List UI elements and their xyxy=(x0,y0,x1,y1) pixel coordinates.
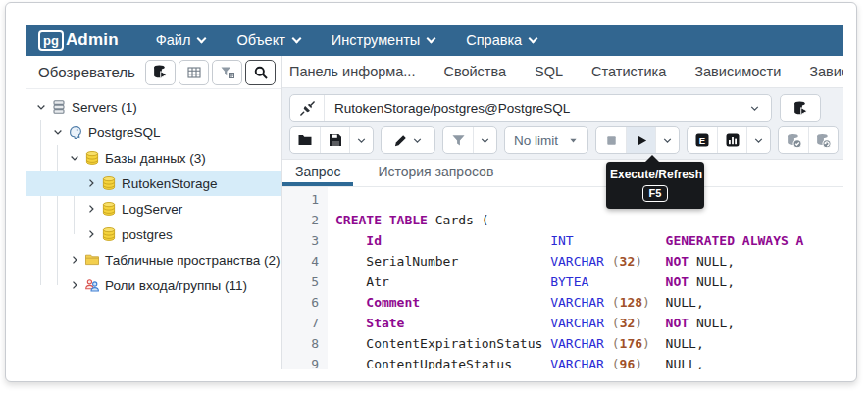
chevron-down-button[interactable] xyxy=(349,127,373,153)
chevron-down-icon xyxy=(427,33,436,43)
pgadmin-window: pg Admin ФайлОбъектИнструментыСправка Об… xyxy=(5,2,857,382)
database-icon xyxy=(99,175,119,191)
query-tool-toolbar: RutokenStorage/postgres@PostgreSQL No li… xyxy=(282,88,843,160)
toolbar-button-row: No limitE xyxy=(289,126,837,154)
tree-item-servers[interactable]: Servers (1) xyxy=(26,94,281,120)
tooltip-label: Execute/Refresh xyxy=(610,168,700,181)
row-limit-select[interactable]: No limit xyxy=(504,126,588,154)
select-caret-icon xyxy=(568,135,579,146)
explain-button[interactable]: E xyxy=(688,127,717,153)
menu-label: Объект xyxy=(236,32,284,48)
tree-item-label: RutokenStorage xyxy=(122,176,218,191)
chevron-down-icon xyxy=(738,102,771,115)
explain-analyze-button[interactable] xyxy=(717,127,746,153)
search-button[interactable] xyxy=(245,60,276,85)
menu-object[interactable]: Объект xyxy=(236,32,299,48)
line-number-gutter: 123456789 xyxy=(282,187,328,369)
tab-dependents[interactable]: Зависимые xyxy=(809,64,843,79)
tree-chevron-down-icon[interactable] xyxy=(32,101,49,113)
database-swap-button[interactable] xyxy=(145,60,176,85)
chevron-down-icon xyxy=(661,134,674,147)
open-file-button[interactable] xyxy=(290,127,320,153)
tree-item-postgresql[interactable]: PostgreSQL xyxy=(26,120,281,145)
line-number: 2 xyxy=(282,210,319,230)
code-line: Atr BYTEA NOT NULL, xyxy=(335,271,843,292)
play-icon xyxy=(634,133,648,148)
line-number: 4 xyxy=(282,251,319,271)
filter-table-icon xyxy=(220,65,235,80)
pgadmin-app: pg Admin ФайлОбъектИнструментыСправка Об… xyxy=(26,25,843,369)
stop-icon xyxy=(604,133,619,148)
tab-dashboard[interactable]: Панель информа... xyxy=(289,64,415,79)
tree-chevron-down-icon[interactable] xyxy=(49,126,66,138)
explain-group: E xyxy=(687,126,771,154)
database-icon xyxy=(82,150,102,166)
tree-item-postgres[interactable]: postgres xyxy=(26,221,281,247)
database-icon xyxy=(99,201,119,217)
save-icon xyxy=(328,132,343,148)
sql-editor: 123456789 CREATE TABLE Cards ( Id INT GE… xyxy=(282,187,843,369)
stop-button[interactable] xyxy=(596,127,626,153)
menu-tools[interactable]: Инструменты xyxy=(332,32,434,48)
code-line: Comment VARCHAR (128) NULL, xyxy=(335,292,843,313)
explain-icon: E xyxy=(694,132,710,148)
tab-statistics[interactable]: Статистика xyxy=(591,64,666,79)
svg-text:E: E xyxy=(699,135,705,146)
browser-panel: Обозреватель Servers (1)PostgreSQLБазы д… xyxy=(26,56,282,369)
line-number: 7 xyxy=(282,313,319,333)
query-editor-tabs: ЗапросИстория запросов xyxy=(282,160,843,187)
chevron-right-icon[interactable] xyxy=(82,228,99,240)
menu-file[interactable]: Файл xyxy=(156,32,206,48)
chevron-right-icon[interactable] xyxy=(82,177,99,189)
save-button[interactable] xyxy=(320,127,349,153)
tree-item-label: LogServer xyxy=(122,202,182,217)
browser-header: Обозреватель xyxy=(26,56,281,88)
tree-item-logserver[interactable]: LogServer xyxy=(26,196,281,221)
new-connection-button[interactable] xyxy=(780,94,821,122)
code-line: Id INT GENERATED ALWAYS A xyxy=(335,230,843,251)
code-line: ContentUpdateStatus VARCHAR (96) NULL, xyxy=(335,354,843,369)
chevron-right-icon[interactable] xyxy=(66,254,82,266)
filter-table-button[interactable] xyxy=(212,60,242,85)
table-grid-icon xyxy=(186,65,202,80)
chevron-down-button[interactable] xyxy=(655,127,679,153)
line-number: 5 xyxy=(282,271,319,292)
tab-sql[interactable]: SQL xyxy=(535,64,563,79)
commit-button[interactable] xyxy=(779,127,808,153)
tree-item-tablespaces[interactable]: Табличные пространства (2) xyxy=(26,247,281,272)
code-line: CREATE TABLE Cards ( xyxy=(335,210,843,230)
line-number: 6 xyxy=(282,292,319,313)
rollback-button[interactable] xyxy=(808,127,838,153)
file-group xyxy=(289,126,374,154)
execute-group xyxy=(595,126,680,154)
menu-help[interactable]: Справка xyxy=(466,32,536,48)
chevron-right-icon[interactable] xyxy=(82,203,99,215)
tree-item-rutokenstorage[interactable]: RutokenStorage xyxy=(26,171,281,196)
edit-pencil-button[interactable] xyxy=(382,127,434,153)
tab-properties[interactable]: Свойства xyxy=(443,64,506,79)
chevron-down-icon xyxy=(748,102,761,115)
chevron-down-icon xyxy=(529,33,538,43)
query-tab-query[interactable]: Запрос xyxy=(282,160,353,186)
chevron-down-button[interactable] xyxy=(473,127,496,153)
query-tab-history[interactable]: История запросов xyxy=(365,160,506,186)
code-line: ContentExpirationStatus VARCHAR (176) NU… xyxy=(335,333,843,354)
tree-item-roles[interactable]: Роли входа/группы (11) xyxy=(26,272,281,298)
chevron-down-button[interactable] xyxy=(746,127,770,153)
play-button[interactable] xyxy=(626,127,655,153)
tree-chevron-down-icon[interactable] xyxy=(66,152,82,164)
search-icon xyxy=(253,65,269,80)
sql-code-area[interactable]: CREATE TABLE Cards ( Id INT GENERATED AL… xyxy=(328,187,843,369)
tab-dependencies[interactable]: Зависимости xyxy=(694,64,781,79)
transaction-group xyxy=(778,126,839,154)
connection-dropdown[interactable]: RutokenStorage/postgres@PostgreSQL xyxy=(289,94,772,122)
connection-plug-icon xyxy=(290,95,325,121)
filter-button[interactable] xyxy=(443,127,473,153)
chevron-right-icon[interactable] xyxy=(66,279,82,291)
table-grid-button[interactable] xyxy=(179,60,209,85)
tree-item-databases[interactable]: Базы данных (3) xyxy=(26,145,281,171)
tree-item-label: Базы данных (3) xyxy=(105,151,206,166)
open-file-icon xyxy=(297,132,313,148)
tablespace-folder-icon xyxy=(82,252,102,268)
pgadmin-logo-admin: Admin xyxy=(66,30,119,50)
